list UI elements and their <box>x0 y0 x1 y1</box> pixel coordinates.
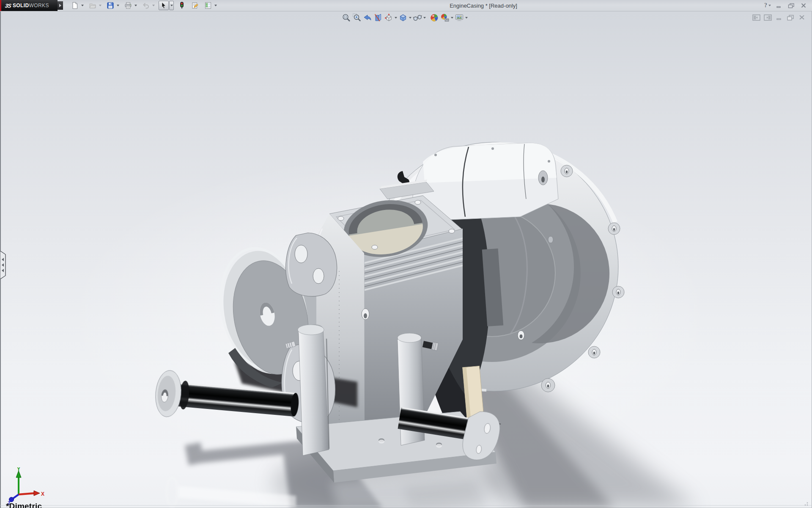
undo-button[interactable] <box>141 1 151 10</box>
zoom-to-fit-button[interactable] <box>341 12 351 23</box>
apply-scene-button[interactable] <box>439 12 450 23</box>
display-style-dropdown[interactable] <box>408 12 412 23</box>
logo-red-stripe-icon <box>0 0 1 11</box>
previous-view-button[interactable] <box>362 12 373 23</box>
view-settings-button[interactable] <box>454 12 464 23</box>
resize-grip-icon[interactable] <box>805 502 808 506</box>
view-orientation-dropdown[interactable] <box>394 12 398 23</box>
view-orientation-label: *Dimetric <box>6 502 42 508</box>
view-orientation-button[interactable] <box>383 12 394 23</box>
options-checklist-icon <box>204 2 212 9</box>
ds-logo-mark-icon: 3S <box>5 3 11 9</box>
previous-view-icon <box>363 13 372 22</box>
window-title: EngineCasing * [Read-only] <box>450 3 517 9</box>
traffic-light-rebuild-icon <box>178 2 186 9</box>
select-tool-dropdown[interactable] <box>169 1 174 10</box>
undo-dropdown[interactable] <box>151 1 156 10</box>
open-button[interactable] <box>88 1 98 10</box>
document-close-icon <box>798 14 805 20</box>
document-restore-icon <box>787 14 794 21</box>
select-cursor-icon <box>160 2 167 9</box>
pane-right-button[interactable] <box>763 14 772 21</box>
zoom-to-fit-icon <box>342 13 351 22</box>
undo-icon <box>142 2 150 9</box>
print-button[interactable] <box>123 1 133 10</box>
main-toolbar <box>70 0 221 11</box>
open-dropdown[interactable] <box>98 1 102 10</box>
title-bar: 3S SOLIDWORKS <box>0 0 812 11</box>
options-dropdown[interactable] <box>213 1 218 10</box>
document-restore-button[interactable] <box>786 14 795 21</box>
chevron-right-icon <box>59 4 61 7</box>
scene-canvas <box>0 11 812 508</box>
hide-show-items-dropdown[interactable] <box>422 12 426 23</box>
print-dropdown[interactable] <box>133 1 138 10</box>
minimize-icon <box>776 3 782 8</box>
hide-show-items-glasses-icon <box>413 13 422 22</box>
zoom-to-area-button[interactable] <box>351 12 362 23</box>
minimize-button[interactable] <box>775 2 783 9</box>
viewport-window-controls <box>752 14 806 21</box>
document-minimize-button[interactable] <box>775 14 783 21</box>
edit-appearance-button[interactable] <box>429 12 439 23</box>
new-document-icon <box>71 2 79 9</box>
save-dropdown[interactable] <box>115 1 120 10</box>
save-floppy-icon <box>107 2 114 9</box>
restore-button[interactable] <box>787 2 796 9</box>
heads-up-toolbar <box>341 12 468 23</box>
new-document-dropdown[interactable] <box>80 1 85 10</box>
hide-show-items-button[interactable] <box>412 12 422 23</box>
featuremanager-collapsed-tab[interactable] <box>0 251 7 279</box>
document-close-button[interactable] <box>798 14 806 21</box>
reference-triad: Y X Z <box>3 467 46 505</box>
graphics-viewport[interactable]: Y X Z *Dimetric <box>0 11 812 508</box>
document-minimize-icon <box>776 14 782 20</box>
select-tool-button[interactable] <box>159 1 169 10</box>
brand-name-bold: SOLID <box>13 3 29 8</box>
zoom-to-area-icon <box>352 13 362 22</box>
menu-expand-button[interactable] <box>58 1 63 10</box>
options-button[interactable] <box>203 1 213 10</box>
help-icon: ? <box>764 2 767 9</box>
edit-appearance-sphere-icon <box>430 13 439 22</box>
display-style-button[interactable] <box>398 12 408 23</box>
pane-right-icon <box>764 14 772 21</box>
apply-scene-dropdown[interactable] <box>450 12 454 23</box>
close-button[interactable] <box>799 2 808 9</box>
help-button[interactable]: ? <box>764 2 771 9</box>
section-view-icon <box>373 13 383 22</box>
restore-icon <box>788 3 795 8</box>
open-folder-icon <box>89 2 96 9</box>
y-axis-label: Y <box>17 467 20 472</box>
apply-scene-icon <box>440 13 450 22</box>
solidworks-logo: 3S SOLIDWORKS <box>0 0 58 11</box>
rebuild-button[interactable] <box>177 1 187 10</box>
close-icon <box>801 3 807 8</box>
brand-name-light: WORKS <box>29 3 49 8</box>
file-properties-button[interactable] <box>190 1 200 10</box>
pane-left-button[interactable] <box>752 14 760 21</box>
view-settings-monitor-icon <box>455 13 464 22</box>
solidworks-window: 3S SOLIDWORKS <box>0 0 812 508</box>
pane-left-icon <box>752 14 760 21</box>
x-axis-label: X <box>41 491 44 497</box>
print-icon <box>124 2 132 9</box>
window-controls: ? <box>764 0 808 11</box>
file-properties-icon <box>191 2 199 9</box>
x-axis-arrow-icon <box>34 491 40 496</box>
section-view-button[interactable] <box>373 12 383 23</box>
view-settings-dropdown[interactable] <box>464 12 468 23</box>
save-button[interactable] <box>105 1 115 10</box>
view-orientation-icon <box>384 13 393 22</box>
new-document-button[interactable] <box>70 1 80 10</box>
display-style-icon <box>398 13 408 22</box>
